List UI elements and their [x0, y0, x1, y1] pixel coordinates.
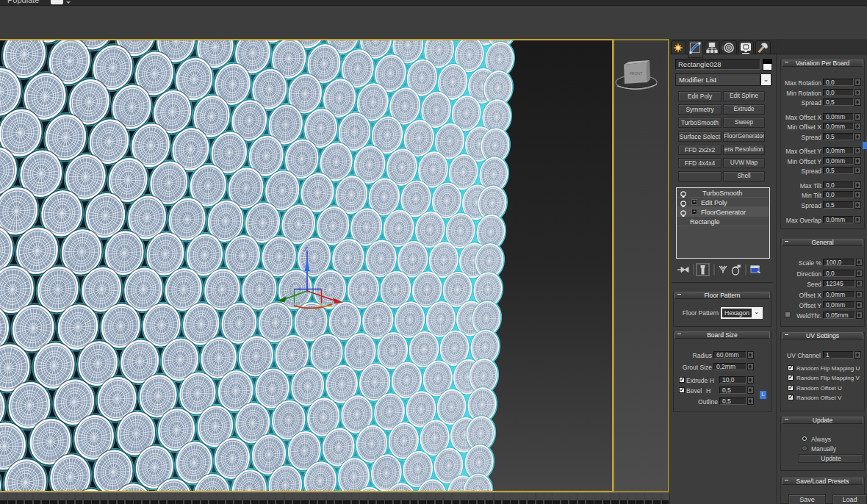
svg-text:FRONT: FRONT [630, 71, 642, 76]
svg-text:Z: Z [305, 245, 309, 252]
